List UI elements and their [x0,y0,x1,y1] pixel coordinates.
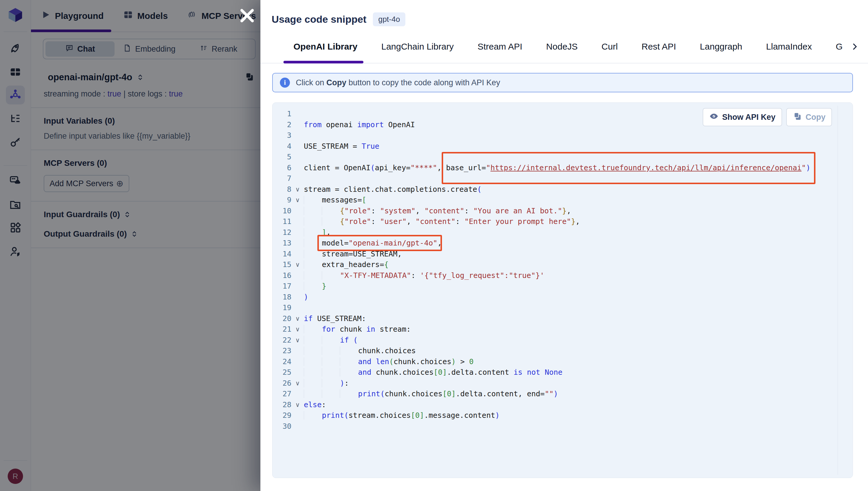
modal-tab-llamaindex[interactable]: LlamaIndex [766,30,812,63]
chevron-right-icon[interactable] [850,42,859,51]
fold-spacer [291,238,304,249]
modal-tab-stream-api[interactable]: Stream API [477,30,522,63]
code-line: 29 print(stream.choices[0].message.conte… [277,410,832,421]
fold-spacer [291,346,304,356]
close-icon[interactable] [238,6,256,25]
modal-tabs-row: OpenAI LibraryLangChain LibraryStream AP… [260,30,868,63]
fold-chevron-icon[interactable]: ∨ [291,195,304,206]
code-line: 6client = OpenAI(api_key="****", base_ur… [277,163,832,173]
fold-spacer [291,141,304,152]
code-line: 9∨ messages=[ [277,195,832,206]
modal-tab-curl[interactable]: Curl [601,30,618,63]
code-line: 28∨else: [277,400,832,410]
copy-button[interactable]: Copy [786,108,832,126]
info-banner: i Click on Copy button to copy the code … [272,73,853,92]
highlight-box: base_url="https://internal.devtest.truef… [442,152,815,184]
modal-tab-openai-library[interactable]: OpenAI Library [293,30,358,63]
fold-spacer [291,421,304,432]
fold-spacer [291,302,304,313]
fold-spacer [291,119,304,131]
show-api-key-button[interactable]: Show API Key [703,108,782,126]
usage-code-snippet-modal: Usage code snippet gpt-4o OpenAI Library… [260,0,868,491]
code-line: 10 {"role": "system", "content": "You ar… [277,206,832,216]
fold-spacer [291,356,304,367]
code-line: 22∨ if ( [277,335,832,346]
modal-tabs: OpenAI LibraryLangChain LibraryStream AP… [293,30,843,63]
fold-spacer [291,270,304,281]
fold-spacer [291,388,304,400]
code-block: Show API Key Copy 12from openai import O… [272,103,853,478]
fold-spacer [291,410,304,421]
fold-spacer [291,249,304,260]
code-line: 17 } [277,281,832,292]
code-line: 4USE_STREAM = True [277,141,832,152]
code-line: 25 and chunk.choices[0].delta.content is… [277,367,832,378]
code-lines[interactable]: 12from openai import OpenAI34USE_STREAM … [273,103,852,478]
modal-tab-rest-api[interactable]: Rest API [642,30,676,63]
fold-spacer [291,173,304,184]
fold-spacer [291,206,304,216]
fold-spacer [291,216,304,227]
fold-chevron-icon[interactable]: ∨ [291,378,304,389]
app: R Playground Models MCP Servers Chat [0,0,868,491]
modal-title: Usage code snippet [272,13,366,25]
code-line: 3 [277,130,832,141]
code-line: 19 [277,302,832,313]
code-line: 21∨ for chunk in stream: [277,324,832,335]
fold-chevron-icon[interactable]: ∨ [291,400,304,410]
fold-chevron-icon[interactable]: ∨ [291,324,304,335]
code-toolbar: Show API Key Copy [703,108,832,126]
fold-spacer [291,367,304,378]
modal-header: Usage code snippet gpt-4o [260,0,868,26]
code-line: 24 and len(chunk.choices) > 0 [277,356,832,367]
code-line: 30 [277,421,832,432]
fold-spacer [291,227,304,238]
model-badge: gpt-4o [373,12,405,26]
modal-tab-langchain-library[interactable]: LangChain Library [381,30,453,63]
modal-tab-langgraph[interactable]: Langgraph [700,30,742,63]
fold-chevron-icon[interactable]: ∨ [291,313,304,324]
copy-icon [793,112,802,123]
code-line: 11 {"role": "user", "content": "Enter yo… [277,216,832,227]
fold-chevron-icon[interactable]: ∨ [291,259,304,270]
code-line: 20∨if USE_STREAM: [277,313,832,324]
fold-spacer [291,130,304,141]
code-line: 16 "X-TFY-METADATA": '{"tfy_log_request"… [277,270,832,281]
modal-tab-nodejs[interactable]: NodeJS [546,30,578,63]
code-line: 13 model="openai-main/gpt-4o", [277,238,832,249]
eye-icon [709,112,719,123]
code-line: 15∨ extra_headers={ [277,259,832,270]
fold-spacer [291,163,304,173]
info-banner-text: Click on Copy button to copy the code al… [296,78,500,87]
fold-chevron-icon[interactable]: ∨ [291,335,304,346]
code-line: 26∨ ): [277,378,832,389]
code-line: 23 chunk.choices [277,346,832,356]
fold-spacer [291,109,304,119]
code-line: 27 print(chunk.choices[0].delta.content,… [277,388,832,400]
code-line: 14 stream=USE_STREAM, [277,249,832,260]
fold-chevron-icon[interactable]: ∨ [291,184,304,195]
modal-tab-g[interactable]: G [836,30,843,63]
fold-spacer [291,152,304,163]
modal-backdrop[interactable] [0,0,260,491]
fold-spacer [291,292,304,303]
code-line: 8∨stream = client.chat.completions.creat… [277,184,832,195]
info-icon: i [280,78,290,88]
fold-spacer [291,281,304,292]
code-line: 18) [277,292,832,303]
